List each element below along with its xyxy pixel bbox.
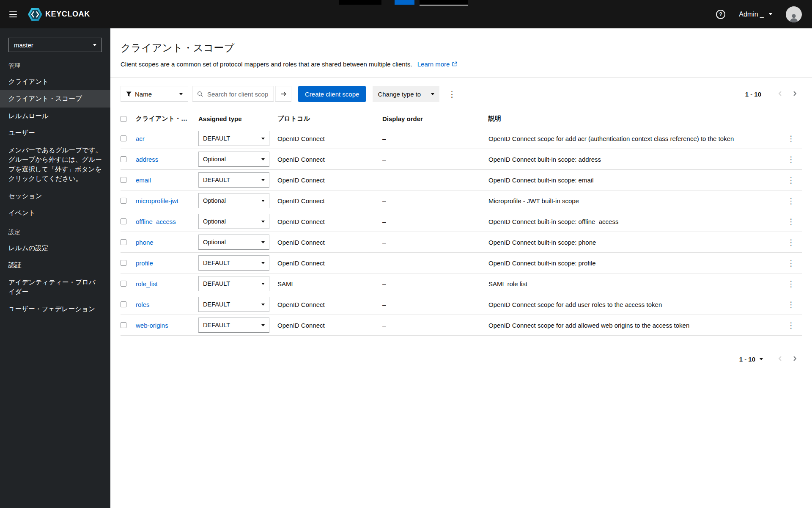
row-kebab-icon[interactable]: ⋮ [783,237,799,247]
next-page-icon[interactable] [787,88,802,100]
table-row: roles DEFAULT OpenID Connect – OpenID Co… [121,294,802,315]
row-kebab-icon[interactable]: ⋮ [783,155,799,164]
assigned-type-dropdown[interactable]: Optional [198,152,269,167]
assigned-type-dropdown[interactable]: DEFAULT [198,172,269,188]
row-checkbox[interactable] [121,135,126,141]
realm-selector[interactable]: master [8,38,102,52]
create-client-scope-button[interactable]: Create client scope [298,86,366,102]
assigned-type-cell: DEFAULT [198,294,277,315]
avatar[interactable] [786,6,802,22]
row-checkbox-cell [121,253,136,273]
assigned-type-dropdown[interactable]: DEFAULT [198,131,269,146]
client-scope-link[interactable]: acr [136,135,145,142]
assigned-type-value: DEFAULT [203,177,230,183]
assigned-type-cell: DEFAULT [198,128,277,149]
sidebar-item-client-scopes[interactable]: クライアント・スコープ [0,90,110,107]
row-checkbox[interactable] [121,322,126,328]
sidebar-item-authentication[interactable]: 認証 [0,257,110,273]
user-menu[interactable]: Admin _ [736,10,775,19]
previous-page-icon[interactable] [773,88,787,100]
description-cell: OpenID Connect scope for add allowed web… [488,315,778,336]
row-kebab-icon[interactable]: ⋮ [783,320,799,330]
sidebar-item-realm-settings[interactable]: レルムの設定 [0,240,110,257]
client-scope-link[interactable]: microprofile-jwt [136,197,178,204]
assigned-type-dropdown[interactable]: Optional [198,214,269,229]
sidebar-item-sessions[interactable]: セッション [0,188,110,204]
sidebar-item-identity-providers[interactable]: アイデンティティー・プロバイダー [0,274,110,301]
next-page-icon[interactable] [787,353,802,365]
assigned-type-value: DEFAULT [203,135,230,142]
row-checkbox[interactable] [121,281,126,287]
page-description-text: Client scopes are a common set of protoc… [121,61,412,68]
row-checkbox[interactable] [121,198,126,204]
client-scope-link[interactable]: address [136,156,158,163]
screen-artifact-bar [420,0,468,5]
client-scope-link[interactable]: roles [136,301,150,308]
row-actions-cell: ⋮ [778,253,802,273]
sidebar-item-groups[interactable]: メンバーであるグループです。グループから外すには、グループを選択して「外す」ボタ… [0,142,110,188]
row-checkbox[interactable] [121,239,126,245]
description-cell: OpenID Connect built-in scope: email [488,170,778,190]
sidebar-item-user-federation[interactable]: ユーザー・フェデレーション [0,301,110,318]
sidebar-item-users[interactable]: ユーザー [0,124,110,141]
row-checkbox[interactable] [121,156,126,162]
protocol-cell: OpenID Connect [277,211,382,232]
row-kebab-icon[interactable]: ⋮ [783,196,799,206]
filter-dropdown[interactable]: Name [121,86,188,102]
row-checkbox[interactable] [121,218,126,224]
client-scope-name-cell: role_list [136,273,198,294]
row-checkbox[interactable] [121,177,126,183]
assigned-type-dropdown[interactable]: DEFAULT [198,276,269,291]
row-checkbox[interactable] [121,260,126,266]
sidebar-item-clients[interactable]: クライアント [0,73,110,90]
select-all-checkbox[interactable] [121,116,126,122]
page-description: Client scopes are a common set of protoc… [121,61,802,68]
row-kebab-icon[interactable]: ⋮ [783,217,799,226]
client-scope-name-cell: web-origins [136,315,198,336]
client-scope-link[interactable]: email [136,177,151,184]
user-menu-label: Admin _ [739,11,764,18]
assigned-type-dropdown[interactable]: DEFAULT [198,318,269,333]
toolbar-kebab-icon[interactable]: ⋮ [444,89,460,99]
row-actions-cell: ⋮ [778,128,802,149]
row-kebab-icon[interactable]: ⋮ [783,175,799,185]
pagination-top: 1 - 10 [745,88,802,100]
sidebar-item-realm-roles[interactable]: レルムロール [0,108,110,124]
change-type-dropdown[interactable]: Change type to [373,86,439,102]
assigned-type-value: DEFAULT [203,280,230,287]
assigned-type-dropdown[interactable]: Optional [198,235,269,250]
assigned-type-dropdown[interactable]: Optional [198,193,269,208]
table-row: web-origins DEFAULT OpenID Connect – Ope… [121,315,802,336]
row-checkbox[interactable] [121,301,126,307]
row-kebab-icon[interactable]: ⋮ [783,258,799,268]
help-icon[interactable]: ? [716,10,725,19]
row-kebab-icon[interactable]: ⋮ [783,134,799,144]
previous-page-icon[interactable] [773,353,787,365]
row-checkbox-cell [121,211,136,232]
display-order-cell: – [382,253,488,273]
assigned-type-dropdown[interactable]: DEFAULT [198,297,269,312]
screen-artifact-bar [395,0,414,5]
row-kebab-icon[interactable]: ⋮ [783,300,799,309]
search-input[interactable] [206,90,269,98]
client-scope-link[interactable]: web-origins [136,322,168,329]
row-kebab-icon[interactable]: ⋮ [783,279,799,289]
hamburger-menu-icon[interactable] [0,0,26,28]
client-scope-link[interactable]: profile [136,260,153,267]
assigned-type-cell: Optional [198,149,277,170]
table-row: role_list DEFAULT SAML – SAML role list … [121,273,802,294]
client-scope-link[interactable]: phone [136,239,154,246]
protocol-cell: SAML [277,273,382,294]
client-scope-link[interactable]: role_list [136,280,158,287]
learn-more-link[interactable]: Learn more [417,61,458,68]
filter-icon [126,91,132,97]
display-order-cell: – [382,211,488,232]
pagination-range-dropdown[interactable]: 1 - 10 [739,356,763,363]
pagination-range: 1 - 10 [745,91,761,98]
assigned-type-dropdown[interactable]: DEFAULT [198,255,269,271]
search-submit-button[interactable] [275,86,291,102]
page-title: クライアント・スコープ [121,41,802,55]
sidebar-item-events[interactable]: イベント [0,204,110,221]
row-actions-cell: ⋮ [778,170,802,190]
client-scope-link[interactable]: offline_access [136,218,176,225]
